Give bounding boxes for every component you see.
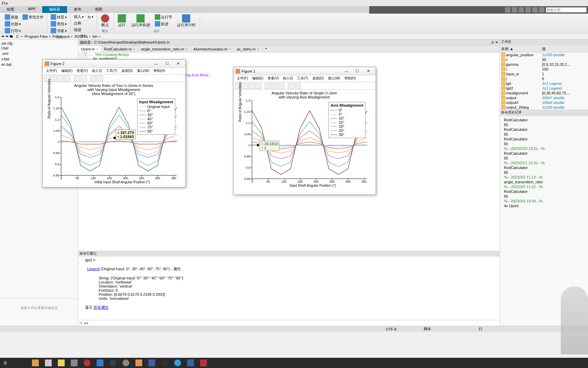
workspace-variable[interactable]: input_w1 bbox=[500, 72, 588, 76]
insert-button[interactable]: 插入▾ bbox=[72, 14, 85, 20]
print-fig-icon[interactable] bbox=[64, 75, 70, 81]
bookmark-button[interactable]: 书签▾ bbox=[49, 27, 68, 34]
figure2-titlebar[interactable]: Figure 2 — ☐ ✕ bbox=[43, 60, 185, 68]
taskbar-app[interactable] bbox=[29, 358, 42, 367]
brush-icon[interactable] bbox=[278, 83, 284, 89]
file-tab[interactable]: Ujoint.m× bbox=[78, 46, 101, 52]
taskbar-app[interactable] bbox=[184, 358, 197, 367]
figure-menu-item[interactable]: 编辑(E) bbox=[250, 75, 265, 82]
copy-icon[interactable] bbox=[519, 7, 524, 13]
command-window[interactable]: 命令行窗口 lgd2 = Legend (Original Input, 0°,… bbox=[78, 251, 500, 326]
doc-search-input[interactable] bbox=[546, 7, 587, 13]
link-icon[interactable] bbox=[81, 75, 87, 81]
main-tab-发布[interactable]: 发布 bbox=[67, 6, 88, 13]
taskbar-store[interactable] bbox=[68, 358, 80, 367]
file-item[interactable]: l.bat bbox=[1, 46, 77, 50]
command-history[interactable]: RodCalculator65RodCalculator65RodCalcula… bbox=[500, 116, 588, 210]
path-segment[interactable]: C: bbox=[15, 34, 21, 39]
path-bar[interactable]: ⬅ ➡ 🖿 C:▸Program Files▸Polyspace▸R2021a▸… bbox=[0, 33, 588, 40]
taskbar-edge[interactable] bbox=[172, 358, 184, 367]
workspace-variable[interactable]: misalignment[0,30,45,60,75,... bbox=[500, 91, 588, 95]
figure-menu-item[interactable]: 桌面(D) bbox=[119, 68, 135, 74]
command-prompt[interactable]: fx >> bbox=[78, 320, 500, 326]
taskbar-app[interactable] bbox=[81, 358, 93, 367]
compare-button[interactable]: 比较▾ bbox=[3, 20, 22, 27]
cursor-icon[interactable] bbox=[288, 83, 294, 89]
maximize-button[interactable]: ☐ bbox=[162, 60, 173, 67]
workspace-variable[interactable]: output_20deg1x100 double bbox=[500, 105, 588, 110]
save-fig-icon[interactable] bbox=[248, 83, 255, 89]
indent-button[interactable]: 缩进 bbox=[72, 27, 83, 33]
figure-menu-item[interactable]: 文件(F) bbox=[235, 75, 250, 82]
cursor-icon[interactable] bbox=[90, 75, 96, 81]
path-segment[interactable]: R2021a bbox=[73, 34, 89, 39]
run-button[interactable]: 运行 bbox=[116, 14, 128, 28]
taskbar-app[interactable] bbox=[146, 358, 158, 367]
taskbar-vscode[interactable] bbox=[94, 358, 106, 367]
taskbar-search[interactable]: 索 bbox=[1, 361, 29, 366]
file-item[interactable]: .xml bbox=[1, 51, 77, 56]
new-button[interactable]: 新建 bbox=[3, 14, 20, 20]
open-fig-icon[interactable] bbox=[51, 75, 57, 81]
workspace-variable[interactable]: output100x7 double bbox=[500, 95, 588, 100]
file-tab[interactable]: RodCalculator.m× bbox=[101, 46, 138, 52]
comment-button[interactable]: 注释 bbox=[72, 20, 83, 27]
figure2-window[interactable]: Figure 2 — ☐ ✕ 文件(F)编辑(E)查看(V)插入(I)工具(T)… bbox=[42, 59, 186, 187]
maximize-button[interactable]: ☐ bbox=[352, 68, 363, 75]
taskbar-steam[interactable] bbox=[107, 358, 119, 367]
taskbar-app[interactable] bbox=[42, 358, 54, 367]
main-tab-视图[interactable]: 视图 bbox=[88, 6, 109, 13]
figure-menu-item[interactable]: 窗口(W) bbox=[135, 68, 151, 74]
file-tab[interactable]: Akemanzhuanjiao.m× bbox=[191, 46, 234, 52]
edit-plot-icon[interactable] bbox=[265, 83, 271, 89]
workspace-variable[interactable]: lgd1x1 Legend bbox=[500, 81, 588, 86]
figure-menu-item[interactable]: 查看(V) bbox=[265, 75, 281, 82]
run-time-button[interactable]: 运行并计时 bbox=[175, 14, 198, 28]
workspace-variable-list[interactable]: angular_position1x100 doublec90gamma[0,5… bbox=[500, 52, 588, 110]
figure-menu-item[interactable]: 文件(F) bbox=[44, 68, 59, 74]
find-files-button[interactable]: 查找文件 bbox=[21, 14, 45, 20]
chart-datatip[interactable]: X 18.1818Y 1 bbox=[260, 141, 279, 151]
cut-icon[interactable] bbox=[512, 7, 517, 13]
figure1-window[interactable]: Figure 1 — ☐ ✕ 文件(F)编辑(E)查看(V)插入(I)工具(T)… bbox=[233, 67, 376, 195]
figure-menu-item[interactable]: 插入(I) bbox=[90, 68, 104, 74]
main-tab-APP[interactable]: APP bbox=[21, 6, 42, 13]
close-icon[interactable]: × bbox=[257, 47, 259, 51]
chart-legend[interactable]: Input MisalignmentOriginal Input0°30°45°… bbox=[137, 98, 175, 135]
path-segment[interactable]: Program Files bbox=[23, 34, 49, 39]
taskbar-app[interactable] bbox=[120, 358, 132, 367]
workspace-variable[interactable]: i100 bbox=[500, 67, 588, 72]
figure2-axes[interactable]: Angular Velocity Ratio of Two U-Joints i… bbox=[43, 82, 185, 185]
workspace-variable[interactable]: gamma[0,5,10,15,20,2... bbox=[500, 62, 588, 67]
taskbar-explorer[interactable] bbox=[55, 358, 67, 367]
path-segment[interactable]: bin bbox=[91, 34, 99, 39]
save-fig-icon[interactable] bbox=[58, 75, 64, 81]
close-button[interactable]: ✕ bbox=[173, 60, 183, 67]
figure-menu-item[interactable]: 编辑(E) bbox=[59, 68, 75, 74]
workspace-header[interactable]: 名称 ▲ 值 bbox=[500, 46, 588, 52]
insert-legend-icon[interactable] bbox=[97, 75, 103, 81]
run-advance-button[interactable]: 运行并前进 bbox=[129, 14, 152, 28]
figure-menu-item[interactable]: 插入(I) bbox=[281, 75, 295, 82]
minimize-button[interactable]: — bbox=[341, 68, 352, 75]
figure-menu-item[interactable]: 工具(T) bbox=[104, 68, 119, 74]
paste-icon[interactable] bbox=[525, 7, 531, 13]
open-fig-icon[interactable] bbox=[242, 83, 248, 89]
figure1-titlebar[interactable]: Figure 1 — ☐ ✕ bbox=[233, 67, 376, 75]
edit-plot-icon[interactable] bbox=[74, 75, 80, 81]
workspace-variable[interactable]: angular_position1x100 double bbox=[500, 52, 588, 57]
workspace-variable[interactable]: c90 bbox=[500, 57, 588, 62]
taskbar-obs[interactable] bbox=[159, 358, 171, 367]
path-segment[interactable]: Polyspace bbox=[51, 34, 71, 39]
run-section-button[interactable]: 运行节 bbox=[153, 14, 174, 20]
fx-button[interactable]: fx▾ bbox=[86, 14, 95, 20]
taskbar-matlab[interactable] bbox=[133, 358, 145, 367]
advance-button[interactable]: 前进 bbox=[153, 20, 174, 27]
workspace-variable[interactable]: j6 bbox=[500, 76, 588, 81]
close-icon[interactable]: × bbox=[96, 47, 98, 51]
taskbar-solidworks[interactable] bbox=[197, 358, 210, 367]
chart-datatip[interactable]: X 167.273Y 1.01943 bbox=[116, 129, 135, 140]
figure-menu-item[interactable]: 窗口(W) bbox=[326, 75, 342, 82]
workspace-variable[interactable]: output2100x6 double bbox=[500, 100, 588, 105]
file-item[interactable]: zer.cfg bbox=[1, 41, 77, 46]
